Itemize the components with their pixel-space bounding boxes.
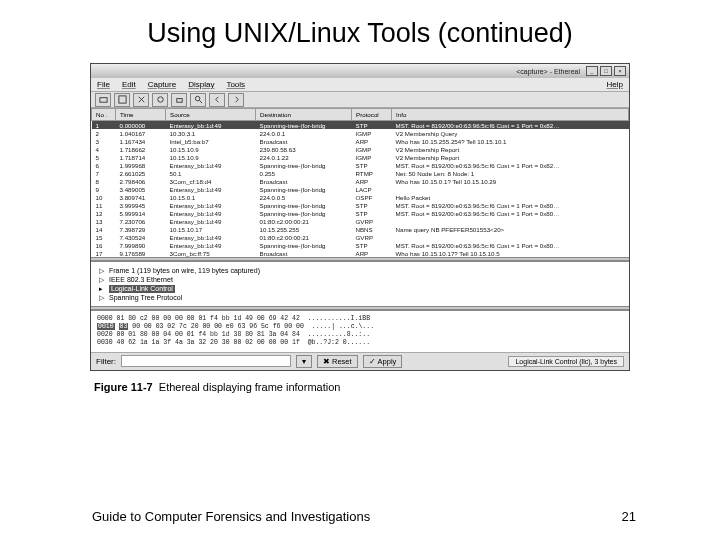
cell-proto: OSPF bbox=[352, 193, 392, 201]
cell-info bbox=[392, 233, 629, 241]
apply-button[interactable]: ✓Apply bbox=[363, 355, 403, 368]
menu-capture[interactable]: Capture bbox=[148, 80, 176, 89]
protocol-tree[interactable]: ▷Frame 1 (119 bytes on wire, 119 bytes c… bbox=[91, 261, 629, 306]
cell-dst: Broadcast bbox=[256, 177, 352, 185]
col-header-protocol[interactable]: Protocol bbox=[352, 109, 392, 121]
col-header-source[interactable]: Source bbox=[166, 109, 256, 121]
figure-number: Figure 11-7 bbox=[94, 381, 153, 393]
table-row[interactable]: 82.7984063Com_cf:18:d4BroadcastARPWho ha… bbox=[92, 177, 629, 185]
ethereal-window: <capture> - Ethereal _ □ × File Edit Cap… bbox=[90, 63, 630, 371]
menu-edit[interactable]: Edit bbox=[122, 80, 136, 89]
cell-no: 11 bbox=[92, 201, 116, 209]
table-row[interactable]: 61.999968Enterasy_bb:1d:49Spanning-tree-… bbox=[92, 161, 629, 169]
cell-no: 17 bbox=[92, 249, 116, 257]
tool-save[interactable] bbox=[114, 93, 130, 107]
menu-file[interactable]: File bbox=[97, 80, 110, 89]
tree-stp[interactable]: Spanning Tree Protocol bbox=[109, 294, 182, 302]
tool-close[interactable] bbox=[133, 93, 149, 107]
table-row[interactable]: 157.430524Enterasy_bb:1d:4901:80:c2:00:0… bbox=[92, 233, 629, 241]
cell-info: MST. Root = 8192/00:e0:63:96:5c:f6 Cost … bbox=[392, 201, 629, 209]
table-row[interactable]: 179.1765893Com_bc:ff:75BroadcastARPWho h… bbox=[92, 249, 629, 257]
svg-rect-1 bbox=[118, 96, 125, 103]
maximize-button[interactable]: □ bbox=[600, 66, 612, 76]
table-row[interactable]: 10.000000Enterasy_bb:1d:49Spanning-tree-… bbox=[92, 121, 629, 130]
tree-toggle-icon[interactable]: ▷ bbox=[97, 267, 105, 275]
menu-tools[interactable]: Tools bbox=[226, 80, 245, 89]
cell-info: Who has 10.15.0.1? Tell 10.15.10.29 bbox=[392, 177, 629, 185]
cell-proto: NBNS bbox=[352, 225, 392, 233]
cell-no: 10 bbox=[92, 193, 116, 201]
cell-dst: Spanning-tree-(for-bridg bbox=[256, 241, 352, 249]
cell-no: 13 bbox=[92, 217, 116, 225]
tool-go-fwd[interactable] bbox=[228, 93, 244, 107]
tree-toggle-icon[interactable]: ▸ bbox=[97, 285, 105, 293]
table-row[interactable]: 21.04016710.30.3.1224.0.0.1IGMPV2 Member… bbox=[92, 129, 629, 137]
tree-frame[interactable]: Frame 1 (119 bytes on wire, 119 bytes ca… bbox=[109, 267, 260, 275]
col-header-info[interactable]: Info bbox=[392, 109, 629, 121]
tool-go-back[interactable] bbox=[209, 93, 225, 107]
cell-proto: GVRP bbox=[352, 217, 392, 225]
cell-dst: Spanning-tree-(for-bridg bbox=[256, 209, 352, 217]
table-row[interactable]: 125.999914Enterasy_bb:1d:49Spanning-tree… bbox=[92, 209, 629, 217]
slide-footer-left: Guide to Computer Forensics and Investig… bbox=[92, 509, 370, 524]
cell-dst: Spanning-tree-(for-bridg bbox=[256, 121, 352, 130]
hex-dump[interactable]: 0000 01 80 c2 00 00 00 00 01 f4 bb 1d 49… bbox=[91, 310, 629, 352]
cell-time: 1.718714 bbox=[116, 153, 166, 161]
cell-dst: 224.0.1.22 bbox=[256, 153, 352, 161]
filter-input[interactable] bbox=[121, 355, 291, 367]
tree-llc-selected[interactable]: Logical-Link Control bbox=[109, 285, 175, 293]
col-header-time[interactable]: Time bbox=[116, 109, 166, 121]
col-header-no[interactable]: No . bbox=[92, 109, 116, 121]
cell-info: V2 Membership Report bbox=[392, 153, 629, 161]
cell-info: Hello Packet bbox=[392, 193, 629, 201]
cell-time: 7.430524 bbox=[116, 233, 166, 241]
cell-proto: GVRP bbox=[352, 233, 392, 241]
cell-proto: STP bbox=[352, 201, 392, 209]
table-row[interactable]: 72.66102550.10.255RTMPNet: 50 Node Len: … bbox=[92, 169, 629, 177]
tool-print[interactable] bbox=[171, 93, 187, 107]
tool-open[interactable] bbox=[95, 93, 111, 107]
table-row[interactable]: 31.167434Intel_b5:ba:b7BroadcastARPWho h… bbox=[92, 137, 629, 145]
tool-reload[interactable] bbox=[152, 93, 168, 107]
cell-dst: Spanning-tree-(for-bridg bbox=[256, 161, 352, 169]
tree-toggle-icon[interactable]: ▷ bbox=[97, 276, 105, 284]
col-header-destination[interactable]: Destination bbox=[256, 109, 352, 121]
minimize-button[interactable]: _ bbox=[586, 66, 598, 76]
apply-icon: ✓ bbox=[369, 357, 376, 366]
cell-src: 10.15.10.9 bbox=[166, 153, 256, 161]
packet-list[interactable]: No . Time Source Destination Protocol In… bbox=[91, 108, 629, 257]
close-button[interactable]: × bbox=[614, 66, 626, 76]
reset-button[interactable]: ✖Reset bbox=[317, 355, 358, 368]
cell-no: 1 bbox=[92, 121, 116, 130]
cell-info: Who has 10.15.10.17? Tell 10.15.10.5 bbox=[392, 249, 629, 257]
tool-find[interactable] bbox=[190, 93, 206, 107]
table-row[interactable]: 167.999890Enterasy_bb:1d:49Spanning-tree… bbox=[92, 241, 629, 249]
cell-no: 4 bbox=[92, 145, 116, 153]
cell-src: Enterasy_bb:1d:49 bbox=[166, 241, 256, 249]
menu-help[interactable]: Help bbox=[607, 80, 623, 89]
cell-time: 2.661025 bbox=[116, 169, 166, 177]
cell-proto: ARP bbox=[352, 137, 392, 145]
table-row[interactable]: 51.71871410.15.10.9224.0.1.22IGMPV2 Memb… bbox=[92, 153, 629, 161]
tree-ethernet[interactable]: IEEE 802.3 Ethernet bbox=[109, 276, 173, 284]
menu-bar: File Edit Capture Display Tools Help bbox=[91, 78, 629, 92]
table-row[interactable]: 137.230706Enterasy_bb:1d:4901:80:c2:00:0… bbox=[92, 217, 629, 225]
cell-no: 3 bbox=[92, 137, 116, 145]
tree-toggle-icon[interactable]: ▷ bbox=[97, 294, 105, 302]
menu-display[interactable]: Display bbox=[188, 80, 214, 89]
table-row[interactable]: 113.999945Enterasy_bb:1d:49Spanning-tree… bbox=[92, 201, 629, 209]
table-row[interactable]: 103.80974110.15.0.1224.0.0.5OSPFHello Pa… bbox=[92, 193, 629, 201]
filter-dropdown-button[interactable]: ▾ bbox=[296, 355, 312, 368]
table-row[interactable]: 93.489005Enterasy_bb:1d:49Spanning-tree-… bbox=[92, 185, 629, 193]
cell-dst: 224.0.0.5 bbox=[256, 193, 352, 201]
cell-dst: Broadcast bbox=[256, 137, 352, 145]
cell-proto: STP bbox=[352, 121, 392, 130]
cell-time: 1.040167 bbox=[116, 129, 166, 137]
table-row[interactable]: 41.71866210.15.10.9239.80.58.63IGMPV2 Me… bbox=[92, 145, 629, 153]
cell-time: 3.999945 bbox=[116, 201, 166, 209]
table-row[interactable]: 147.39872910.15.10.1710.15.255.255NBNSNa… bbox=[92, 225, 629, 233]
cell-src: Enterasy_bb:1d:49 bbox=[166, 185, 256, 193]
cell-info: Net: 50 Node Len: 8 Node: 1 bbox=[392, 169, 629, 177]
cell-time: 2.798406 bbox=[116, 177, 166, 185]
figure-text: Ethereal displaying frame information bbox=[159, 381, 341, 393]
